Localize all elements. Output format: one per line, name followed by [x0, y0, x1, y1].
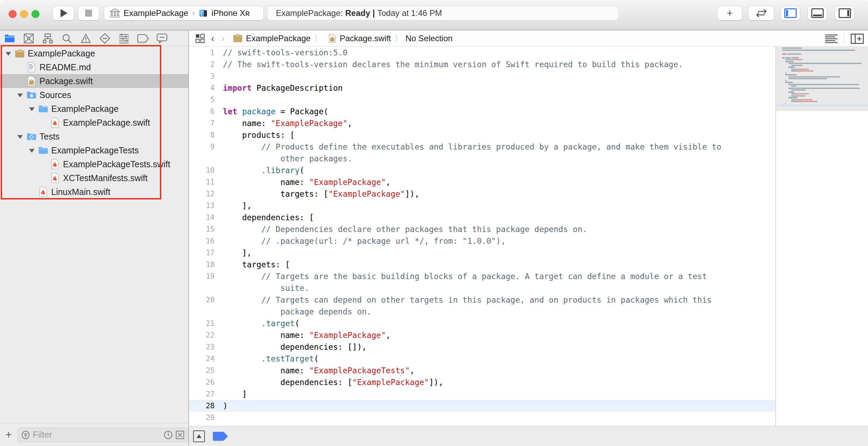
- code-line[interactable]: 12 targets: ["ExamplePackage"]),: [189, 188, 775, 200]
- debug-area-panel-icon: [811, 8, 824, 18]
- code-line[interactable]: 7 name: "ExamplePackage",: [189, 117, 775, 129]
- add-file-button[interactable]: +: [0, 428, 17, 441]
- code-line[interactable]: 17 ],: [189, 247, 775, 259]
- sidebar-divider[interactable]: [188, 30, 189, 446]
- code-line[interactable]: 10 .library(: [189, 164, 775, 176]
- code-line[interactable]: 25 name: "ExamplePackageTests",: [189, 365, 775, 376]
- tree-row-examplepackage[interactable]: ExamplePackage: [0, 102, 188, 116]
- debug-navigator-tab[interactable]: [117, 32, 131, 45]
- code-line[interactable]: 18 targets: [: [189, 259, 775, 270]
- status-project: ExamplePackage:: [276, 8, 343, 18]
- test-navigator-tab[interactable]: [98, 32, 112, 45]
- project-navigator-tab[interactable]: [3, 32, 17, 45]
- close-window-button[interactable]: [9, 10, 17, 18]
- tree-row-tests[interactable]: Tests: [0, 130, 188, 143]
- disclosure-triangle-icon[interactable]: [29, 107, 35, 111]
- tree-row-examplepackagetests[interactable]: ExamplePackageTests: [0, 143, 188, 157]
- issue-navigator-tab[interactable]: [79, 32, 93, 45]
- filter-field[interactable]: Filter: [17, 428, 188, 442]
- toggle-debug-console-icon[interactable]: [193, 430, 205, 442]
- code-line-current[interactable]: 28): [189, 400, 775, 412]
- code-line[interactable]: 9 // Products define the executables and…: [189, 141, 775, 153]
- code-line[interactable]: 27 ]: [189, 388, 775, 400]
- tree-row-examplepackage[interactable]: ExamplePackage: [0, 46, 188, 60]
- disclosure-triangle-icon[interactable]: [29, 149, 35, 153]
- minimap-code-bar: [791, 89, 806, 91]
- code-line[interactable]: 19 // Targets are the basic building blo…: [189, 270, 775, 282]
- breadcrumb-file-icon: [328, 34, 336, 43]
- tree-item-label: XCTestManifests.swift: [63, 173, 148, 183]
- tree-row-sources[interactable]: Sources: [0, 88, 188, 102]
- code-line[interactable]: other packages.: [189, 153, 775, 164]
- tree-row-readme-md[interactable]: README.md: [0, 60, 188, 74]
- code-line[interactable]: 13 ],: [189, 200, 775, 212]
- tree-row-xctestmanifests-swift[interactable]: XCTestManifests.swift: [0, 171, 188, 185]
- go-back-button[interactable]: ‹: [211, 33, 214, 44]
- code-line[interactable]: 29: [189, 412, 775, 423]
- minimap-panel[interactable]: [775, 47, 868, 426]
- source-control-icon: [24, 33, 34, 44]
- run-button[interactable]: [53, 6, 74, 20]
- related-items-icon[interactable]: [195, 34, 205, 43]
- sources-folder-icon: [26, 90, 37, 100]
- code-line[interactable]: 5: [189, 94, 775, 106]
- breakpoint-toggle-icon[interactable]: [213, 431, 228, 441]
- tree-row-examplepackage-swift[interactable]: ExamplePackage.swift: [0, 116, 188, 130]
- code-line[interactable]: 21 .target(: [189, 318, 775, 329]
- code-line[interactable]: 14 dependencies: [: [189, 212, 775, 223]
- line-number: 11: [189, 178, 215, 186]
- version-editor-button[interactable]: [748, 6, 774, 20]
- code-line[interactable]: 4import PackageDescription: [189, 82, 775, 94]
- find-navigator-tab[interactable]: [60, 32, 74, 45]
- code-line[interactable]: 1// swift-tools-version:5.0: [189, 47, 775, 59]
- adjust-editor-options-icon[interactable]: [825, 34, 838, 43]
- code-line[interactable]: 22 name: "ExamplePackage",: [189, 329, 775, 341]
- code-line[interactable]: package depends on.: [189, 306, 775, 318]
- recent-files-clock-icon[interactable]: [164, 430, 173, 439]
- breadcrumb-selection[interactable]: No Selection: [406, 34, 453, 43]
- tree-item-label: ExamplePackageTests.swift: [63, 159, 170, 169]
- stop-button[interactable]: [78, 6, 99, 20]
- disclosure-triangle-icon[interactable]: [17, 93, 23, 97]
- code-line[interactable]: 3: [189, 70, 775, 82]
- minimap-code-bar: [791, 65, 803, 66]
- breadcrumb-file[interactable]: Package.swift: [340, 34, 391, 43]
- source-control-tab[interactable]: [22, 32, 36, 45]
- swap-arrows-icon: [754, 9, 768, 18]
- code-line[interactable]: suite.: [189, 282, 775, 294]
- tree-row-package-swift[interactable]: Package.swift: [0, 74, 188, 88]
- code-line[interactable]: 23 dependencies: []),: [189, 341, 775, 353]
- code-line[interactable]: 2// The swift-tools-version declares the…: [189, 59, 775, 70]
- zoom-window-button[interactable]: [31, 10, 39, 18]
- scheme-selector[interactable]: ExamplePackage › iPhone Xʀ: [104, 6, 264, 20]
- editor-bottom-bar: [189, 426, 868, 446]
- tree-row-examplepackagetests-swift[interactable]: ExamplePackageTests.swift: [0, 157, 188, 171]
- code-line[interactable]: 8 products: [: [189, 129, 775, 141]
- tree-row-linuxmain-swift[interactable]: LinuxMain.swift: [0, 185, 188, 199]
- code-line[interactable]: 24 .testTarget(: [189, 353, 775, 365]
- code-line[interactable]: 20 // Targets can depend on other target…: [189, 294, 775, 306]
- toggle-navigator-button[interactable]: [780, 6, 800, 20]
- source-control-status-filter-icon[interactable]: [175, 430, 184, 439]
- code-line[interactable]: 16 // .package(url: /* package url */, f…: [189, 235, 775, 247]
- breadcrumb-project[interactable]: ExamplePackage: [246, 34, 311, 43]
- code-line[interactable]: 26 dependencies: ["ExamplePackage"]),: [189, 376, 775, 388]
- library-add-button[interactable]: +: [717, 6, 742, 20]
- minimap-current-line: [776, 104, 868, 107]
- disclosure-triangle-icon[interactable]: [6, 52, 11, 56]
- code-line[interactable]: 6let package = Package(: [189, 106, 775, 117]
- minimap-code-bar: [788, 63, 861, 64]
- source-editor[interactable]: 1// swift-tools-version:5.02// The swift…: [189, 47, 775, 426]
- add-editor-icon[interactable]: [851, 34, 864, 44]
- report-navigator-tab[interactable]: [155, 32, 169, 45]
- line-number: 5: [189, 96, 215, 104]
- breakpoint-navigator-tab[interactable]: [136, 32, 150, 45]
- symbol-navigator-tab[interactable]: [41, 32, 55, 45]
- code-line[interactable]: 15 // Dependencies declare other package…: [189, 223, 775, 235]
- code-line[interactable]: 11 name: "ExamplePackage",: [189, 176, 775, 188]
- minimize-window-button[interactable]: [20, 10, 28, 18]
- toggle-inspector-button[interactable]: [835, 6, 855, 20]
- go-forward-button[interactable]: ›: [221, 33, 224, 44]
- toggle-debug-area-button[interactable]: [807, 6, 827, 20]
- disclosure-triangle-icon[interactable]: [17, 135, 23, 139]
